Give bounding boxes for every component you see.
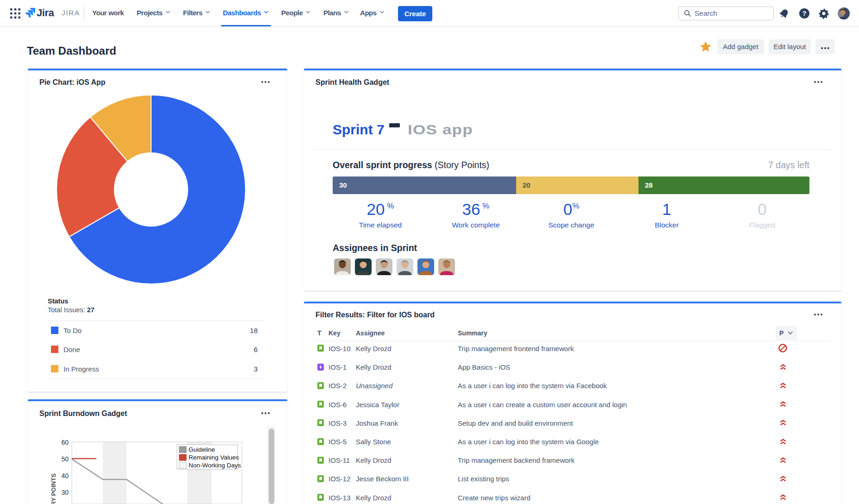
svg-text:60: 60: [61, 439, 69, 446]
svg-text:30: 30: [61, 489, 69, 496]
svg-text:Non-Working Days: Non-Working Days: [189, 462, 241, 469]
svg-text:50: 50: [61, 455, 69, 463]
svg-text:?: ?: [802, 10, 807, 17]
svg-text:Guideline: Guideline: [189, 446, 215, 453]
svg-text:40: 40: [61, 472, 69, 479]
svg-text:Remaining Values: Remaining Values: [189, 454, 239, 461]
svg-text:STORY POINTS: STORY POINTS: [50, 473, 57, 504]
